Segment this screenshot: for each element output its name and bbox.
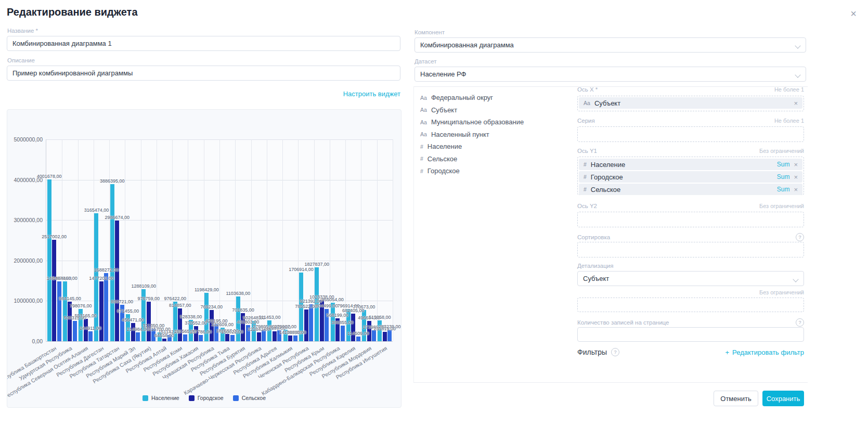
bar-value-label: 1198429,00	[195, 287, 219, 292]
bar-value-label: 279907,00	[274, 324, 296, 329]
field-name: Муниципальное образование	[431, 118, 524, 126]
chart-preview-panel: 0,001000000,002000000,003000000,00400000…	[7, 109, 401, 408]
close-icon[interactable]: ×	[850, 8, 857, 19]
y1-axis-chip[interactable]: #НаселениеSum×	[579, 159, 802, 170]
remove-icon[interactable]: ×	[794, 100, 798, 107]
bar-Городское	[273, 331, 277, 341]
dataset-field-item[interactable]: #Городское	[420, 165, 524, 177]
bar-Городское	[162, 339, 166, 341]
x-axis-chip[interactable]: Аа Субъект ×	[579, 97, 802, 109]
series-dropzone[interactable]	[577, 126, 804, 142]
extra-dropzone[interactable]	[577, 298, 804, 312]
y1-chip-label: Население	[591, 161, 625, 169]
widget-name-input[interactable]	[7, 36, 400, 51]
sort-label: Сортировка	[577, 234, 610, 240]
page-size-input[interactable]	[577, 327, 804, 342]
bar-Население	[110, 184, 114, 341]
description-field-label: Описание	[7, 57, 35, 63]
bar-value-label: 1484460,00	[53, 276, 77, 281]
bar-Население	[63, 281, 67, 341]
x-axis-dropzone[interactable]: Аа Субъект ×	[577, 96, 804, 111]
bar-value-label: 138880,00	[284, 330, 306, 335]
remove-icon[interactable]: ×	[794, 161, 798, 168]
bar-value-label: 553165,00	[74, 313, 97, 318]
bar-value-label: 3886395,00	[100, 178, 125, 184]
dataset-select[interactable]: Население РФ	[414, 67, 806, 82]
help-icon[interactable]: ?	[796, 233, 804, 241]
bar-value-label: 157786,00	[190, 329, 212, 334]
field-name: Городское	[427, 167, 460, 175]
edit-filter-link[interactable]: + Редактировать фильтр	[726, 348, 805, 356]
y-axis-tick: 5000000,00	[14, 136, 43, 143]
aggregation-badge[interactable]: Sum	[777, 161, 790, 168]
y1-axis-chip[interactable]: #ГородскоеSum×	[579, 171, 802, 183]
save-button[interactable]: Сохранить	[762, 391, 804, 406]
y1-chip-label: Городское	[591, 173, 623, 181]
detail-select[interactable]: Субъект	[577, 271, 804, 286]
field-type-icon: Аа	[420, 107, 427, 113]
y1-axis-chip[interactable]: #СельскоеSum×	[579, 184, 802, 195]
y1-axis-dropzone[interactable]: #НаселениеSum×#ГородскоеSum×#СельскоеSum…	[577, 157, 804, 195]
aggregation-badge[interactable]: Sum	[777, 173, 790, 180]
gridline	[282, 139, 283, 341]
bar-Сельское	[293, 335, 297, 341]
bar-value-label: 770673,00	[353, 304, 375, 309]
remove-icon[interactable]: ×	[794, 174, 798, 180]
field-name: Население	[427, 143, 462, 150]
legend-swatch-icon	[189, 395, 195, 401]
filters-label: Фильтры	[577, 348, 607, 356]
legend-label: Сельское	[242, 395, 266, 401]
gridline	[219, 139, 220, 341]
field-type-icon: #	[584, 161, 587, 167]
component-field-label: Компонент	[414, 29, 445, 35]
remove-icon[interactable]: ×	[794, 186, 798, 193]
y2-axis-limit: Без ограничений	[759, 203, 804, 209]
legend-item[interactable]: Население	[142, 395, 179, 401]
dataset-field-item[interactable]: АаМуниципальное образование	[420, 116, 524, 128]
divider	[413, 86, 414, 382]
bar-value-label: 244911,00	[80, 326, 101, 331]
widget-description-input[interactable]	[7, 66, 400, 81]
bar-value-label: 150022,00	[221, 329, 243, 334]
y2-axis-label: Ось Y2	[577, 203, 597, 209]
gridline	[267, 139, 267, 341]
dataset-select-value: Население РФ	[420, 70, 466, 78]
bar-Городское	[288, 335, 292, 341]
bar-value-label: 283239,00	[379, 324, 401, 329]
bar-value-label: 976422,00	[164, 296, 187, 301]
configure-widget-link[interactable]: Настроить виджет	[7, 90, 400, 98]
bar-value-label: 814857,00	[169, 303, 191, 308]
bar-value-label: 804499,00	[316, 303, 338, 308]
field-name: Субъект	[431, 106, 457, 114]
component-select-value: Комбинированная диаграмма	[420, 41, 514, 49]
bar-Сельское	[387, 330, 392, 341]
cancel-button[interactable]: Отменить	[714, 391, 758, 406]
legend-item[interactable]: Городское	[189, 395, 224, 401]
component-select[interactable]: Комбинированная диаграмма	[414, 37, 806, 53]
dataset-field-item[interactable]: АаСубъект	[420, 104, 524, 117]
dataset-field-item[interactable]: АаНаселенный пункт	[420, 128, 524, 141]
bar-value-label: 984145,00	[59, 296, 81, 301]
bar-value-label: 1288109,00	[131, 283, 156, 289]
dataset-field-item[interactable]: АаФедеральный округ	[420, 92, 524, 104]
series-label: Серия	[577, 118, 595, 124]
y1-chip-label: Сельское	[591, 186, 620, 193]
bar-value-label: 370552,00	[185, 320, 207, 326]
dataset-field-item[interactable]: #Сельское	[420, 153, 524, 165]
legend-item[interactable]: Сельское	[233, 395, 266, 401]
field-type-icon: Аа	[584, 100, 590, 106]
dataset-field-item[interactable]: #Население	[420, 140, 524, 153]
gridline	[188, 139, 188, 341]
legend-swatch-icon	[142, 395, 148, 401]
field-name: Сельское	[427, 155, 457, 163]
bar-value-label: 2517002,00	[42, 234, 67, 239]
aggregation-badge[interactable]: Sum	[777, 186, 790, 193]
sort-dropzone[interactable]	[577, 242, 804, 257]
y2-axis-dropzone[interactable]	[577, 212, 804, 227]
bar-value-label: 1827837,00	[304, 262, 329, 267]
help-icon[interactable]: ?	[796, 318, 804, 327]
field-type-icon: #	[420, 168, 423, 174]
bar-value-label: 2986674,00	[105, 215, 129, 220]
help-icon[interactable]: ?	[611, 348, 619, 356]
bar-Сельское	[309, 304, 313, 342]
